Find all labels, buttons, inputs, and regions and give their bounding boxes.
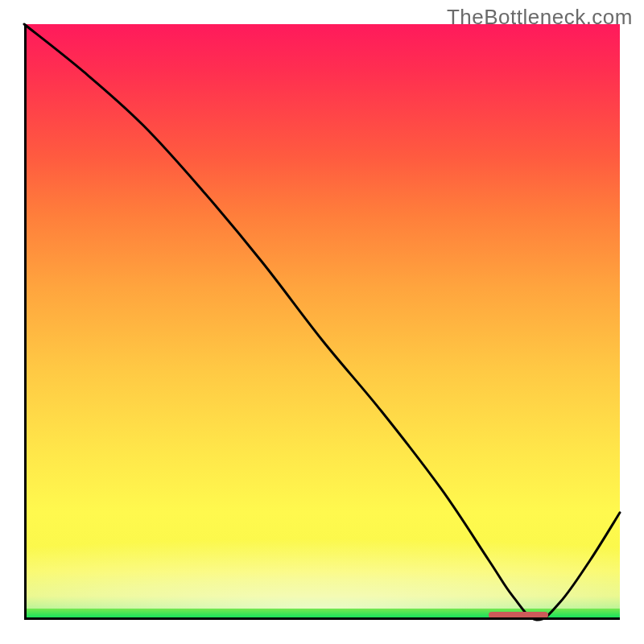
- x-axis: [24, 617, 620, 620]
- curve-svg: [24, 24, 620, 620]
- plot-area: [24, 24, 620, 620]
- bottleneck-curve-path: [24, 24, 620, 620]
- bottleneck-chart: TheBottleneck.com: [0, 0, 644, 644]
- y-axis: [24, 24, 27, 620]
- watermark-label: TheBottleneck.com: [447, 5, 633, 30]
